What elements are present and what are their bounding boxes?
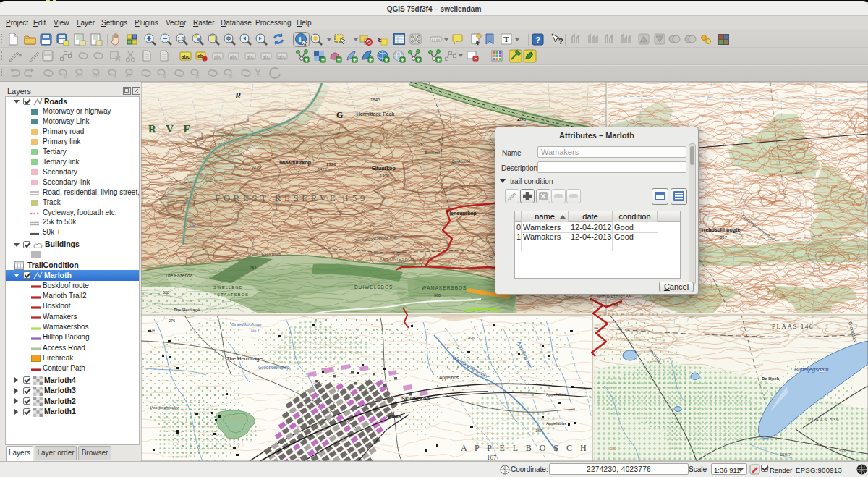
svg-text:Elfuurkop: Elfuurkop <box>372 166 396 172</box>
svg-text:520: 520 <box>189 223 195 227</box>
svg-text:The Hemtage: The Hemtage <box>174 308 200 312</box>
svg-text:204: 204 <box>148 328 155 332</box>
svg-text:SWELLEND: SWELLEND <box>213 285 243 290</box>
svg-text:The Hermitage: The Hermitage <box>226 355 263 362</box>
svg-text:No 1: No 1 <box>251 329 260 333</box>
svg-text:NATI DISTRICT AA: NATI DISTRICT AA <box>597 295 631 299</box>
svg-text:167: 167 <box>487 454 497 461</box>
svg-text:Skulwekop: Skulwekop <box>401 395 430 402</box>
svg-text:600: 600 <box>445 260 451 264</box>
svg-text:520: 520 <box>163 290 169 295</box>
svg-text:De Hoek: De Hoek <box>762 376 780 381</box>
svg-text:Voortrechtsvler: Voortrechtsvler <box>150 405 179 410</box>
svg-text:?: ? <box>535 35 540 44</box>
svg-text:·1640: ·1640 <box>369 98 380 102</box>
svg-text:400: 400 <box>248 236 256 240</box>
svg-text:·817: ·817 <box>718 235 728 240</box>
svg-text:Graedtkoofman: Graedtkoofman <box>231 322 262 326</box>
svg-text:Appelsbos: Appelsbos <box>546 421 566 426</box>
svg-text:Buffeljegsdam: Buffeljegsdam <box>794 366 829 373</box>
svg-text:Grootwewekop: Grootwewekop <box>258 365 290 371</box>
svg-text:820: 820 <box>769 172 775 177</box>
svg-text:496: 496 <box>468 336 475 340</box>
svg-text:·1076: ·1076 <box>250 165 261 169</box>
svg-text:A P P E L B O S C H: A P P E L B O S C H <box>461 443 590 453</box>
svg-text:·1370: ·1370 <box>378 174 390 178</box>
svg-text:i: i <box>299 35 302 43</box>
svg-text:580: 580 <box>754 262 761 266</box>
svg-text:abc: abc <box>181 54 190 59</box>
svg-text:Appelsbos: Appelsbos <box>546 392 566 397</box>
svg-text:438: 438 <box>839 448 847 452</box>
svg-text:243: 243 <box>250 266 256 270</box>
svg-text:DOKTERSBOS: DOKTERSBOS <box>248 252 282 256</box>
svg-text:Appelbos: Appelbos <box>439 375 459 381</box>
svg-text:ε: ε <box>378 33 382 44</box>
svg-text:Twaalfuurkop: Twaalfuurkop <box>278 160 311 166</box>
svg-text:200: 200 <box>610 447 616 451</box>
svg-text:·460: ·460 <box>793 171 803 175</box>
svg-text:abc: abc <box>263 54 271 59</box>
svg-text:T: T <box>503 35 509 43</box>
svg-text:abc: abc <box>214 54 222 59</box>
svg-text:rreboschhoogte: rreboschhoogte <box>702 227 740 233</box>
svg-text:159.7: 159.7 <box>780 452 791 457</box>
svg-text:960: 960 <box>434 293 441 297</box>
svg-text:WAMAKERSBOS: WAMAKERSBOS <box>422 285 467 290</box>
svg-text:KOLONIESBOS: KOLONIESBOS <box>380 257 415 261</box>
svg-text:1328: 1328 <box>326 162 336 166</box>
svg-text:△1425: △1425 <box>315 167 326 172</box>
svg-text:?: ? <box>558 37 563 46</box>
svg-text:STAATSBOS: STAATSBOS <box>217 292 249 297</box>
svg-text:Tiensuurkop: Tiensuurkop <box>446 211 477 216</box>
svg-text:G: G <box>336 110 343 120</box>
svg-text:PLAAS 146: PLAAS 146 <box>772 323 814 330</box>
svg-text:Boskloofkl: Boskloofkl <box>452 159 470 164</box>
svg-text:abc: abc <box>247 54 255 59</box>
svg-text:abc: abc <box>278 54 286 59</box>
svg-text:Boskløof: Boskløof <box>425 151 441 155</box>
svg-text:▴246: ▴246 <box>517 117 526 122</box>
svg-text:The Fazenda: The Fazenda <box>165 273 193 278</box>
svg-text:1:1: 1:1 <box>177 36 184 41</box>
svg-text:·1269: ·1269 <box>414 142 426 146</box>
svg-text:PLAAS 539: PLAAS 539 <box>808 417 839 423</box>
svg-text:R V E: R V E <box>148 123 195 135</box>
svg-text:276: 276 <box>169 318 175 323</box>
svg-text:DUIWELSBOS: DUIWELSBOS <box>354 284 393 290</box>
svg-text:APPELBOSCH 161: APPELBOSCH 161 <box>598 312 660 318</box>
svg-text:Galaka: Galaka <box>386 414 401 419</box>
svg-text:FOREST RESERVE 159: FOREST RESERVE 159 <box>215 193 368 203</box>
svg-text:R: R <box>234 90 241 101</box>
svg-text:189: 189 <box>535 429 542 433</box>
svg-text:Hermittage Peak: Hermittage Peak <box>357 111 395 117</box>
svg-text:abc: abc <box>230 54 238 59</box>
